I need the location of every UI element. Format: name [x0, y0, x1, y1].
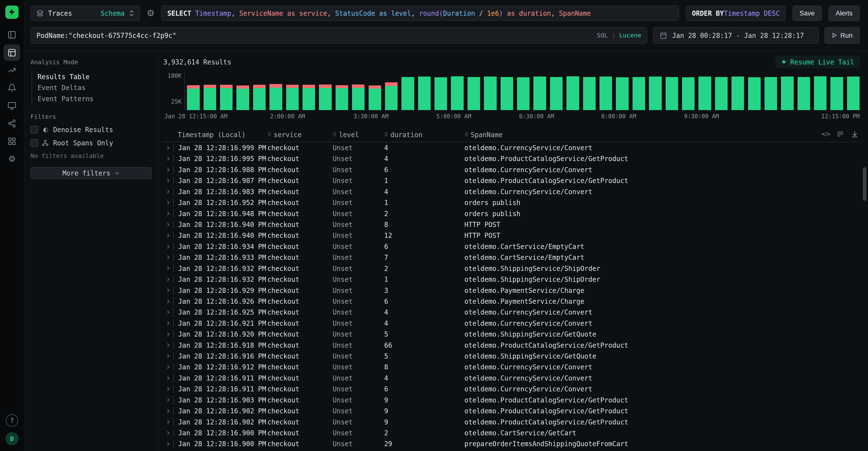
histogram-bar[interactable] — [401, 73, 414, 110]
table-row[interactable]: Jan 28 12:28:16.902 PM checkout Unset 9 … — [163, 417, 860, 427]
table-row[interactable]: Jan 28 12:28:16.934 PM checkout Unset 6 … — [163, 241, 860, 252]
histogram-bar[interactable] — [336, 73, 348, 110]
row-expand-chevron-icon[interactable] — [163, 233, 173, 238]
table-row[interactable]: Jan 28 12:28:16.903 PM checkout Unset 9 … — [163, 395, 860, 405]
source-select[interactable]: Traces Schema — [30, 5, 140, 21]
table-row[interactable]: Jan 28 12:28:16.920 PM checkout Unset 5 … — [163, 329, 860, 339]
row-expand-chevron-icon[interactable] — [163, 211, 173, 216]
histogram-bar[interactable] — [649, 73, 661, 110]
row-expand-chevron-icon[interactable] — [163, 145, 173, 150]
row-expand-chevron-icon[interactable] — [163, 189, 173, 194]
histogram-bar[interactable] — [286, 73, 299, 110]
histogram-bar[interactable] — [566, 73, 579, 110]
histogram-bar[interactable] — [434, 73, 447, 110]
row-expand-chevron-icon[interactable] — [163, 332, 173, 337]
schema-button[interactable]: Schema — [101, 9, 124, 17]
row-expand-chevron-icon[interactable] — [163, 397, 173, 402]
save-button[interactable]: Save — [793, 5, 822, 21]
table-row[interactable]: Jan 28 12:28:16.988 PM checkout Unset 6 … — [163, 164, 860, 175]
row-expand-chevron-icon[interactable] — [163, 321, 173, 326]
row-expand-chevron-icon[interactable] — [163, 178, 173, 183]
row-expand-chevron-icon[interactable] — [163, 419, 173, 424]
resume-live-tail-button[interactable]: Resume Live Tail — [775, 56, 860, 68]
chart-explorer-icon[interactable] — [4, 62, 20, 79]
drag-handle-icon[interactable]: ⠿ — [464, 132, 468, 138]
table-row[interactable]: Jan 28 12:28:16.916 PM checkout Unset 5 … — [163, 350, 860, 361]
histogram-bar[interactable] — [204, 73, 216, 110]
download-icon[interactable] — [851, 130, 859, 138]
table-row[interactable]: Jan 28 12:28:16.929 PM checkout Unset 3 … — [163, 285, 860, 296]
row-expand-chevron-icon[interactable] — [163, 387, 173, 392]
table-row[interactable]: Jan 28 12:28:16.912 PM checkout Unset 8 … — [163, 362, 860, 372]
histogram-bar[interactable] — [369, 73, 381, 110]
order-by-input[interactable]: ORDER BY Timestamp DESC — [686, 5, 786, 21]
histogram-bar[interactable] — [187, 73, 199, 110]
table-row[interactable]: Jan 28 12:28:16.918 PM checkout Unset 66… — [163, 340, 860, 350]
histogram-bar[interactable] — [220, 73, 232, 110]
table-row[interactable]: Jan 28 12:28:16.926 PM checkout Unset 6 … — [163, 296, 860, 307]
histogram-bar[interactable] — [501, 73, 513, 110]
search-results-icon[interactable] — [4, 45, 20, 61]
column-header-service[interactable]: ⠿service — [267, 131, 333, 139]
row-expand-chevron-icon[interactable] — [163, 266, 173, 271]
histogram-bar[interactable] — [748, 73, 761, 110]
code-view-icon[interactable]: </> — [822, 131, 830, 137]
vertical-scrollbar[interactable] — [863, 167, 866, 201]
more-filters-button[interactable]: More filters — [30, 167, 152, 179]
language-lucene-toggle[interactable]: Lucene — [619, 32, 641, 39]
mode-event-deltas[interactable]: Event Deltas — [32, 82, 152, 93]
row-expand-chevron-icon[interactable] — [163, 430, 173, 435]
help-icon[interactable]: ? — [6, 414, 18, 426]
client-sessions-icon[interactable] — [4, 97, 20, 114]
denoise-results-filter[interactable]: ◐ Denoise Results — [30, 126, 152, 134]
user-avatar[interactable]: D — [5, 432, 19, 446]
row-expand-chevron-icon[interactable] — [163, 343, 173, 348]
table-row[interactable]: Jan 28 12:28:16.940 PM checkout Unset 12… — [163, 230, 860, 241]
drag-handle-icon[interactable]: ⠿ — [384, 132, 388, 138]
row-expand-chevron-icon[interactable] — [163, 408, 173, 414]
histogram-bar[interactable] — [253, 73, 266, 110]
search-input[interactable]: PodName:"checkout-675775c4cc-f2p9c" SQL … — [30, 27, 647, 44]
histogram-bar[interactable] — [583, 73, 596, 110]
histogram-bar[interactable] — [352, 73, 365, 110]
table-row[interactable]: Jan 28 12:28:16.933 PM checkout Unset 7 … — [163, 252, 860, 263]
dashboards-icon[interactable] — [4, 133, 20, 150]
histogram-bar[interactable] — [765, 73, 777, 110]
alerts-button[interactable]: Alerts — [829, 5, 860, 21]
row-expand-chevron-icon[interactable] — [163, 277, 173, 282]
histogram-bar[interactable] — [550, 73, 563, 110]
table-row[interactable]: Jan 28 12:28:16.940 PM checkout Unset 8 … — [163, 219, 860, 230]
drag-handle-icon[interactable]: ⠿ — [267, 132, 271, 138]
histogram-bar[interactable] — [665, 73, 678, 110]
table-row[interactable]: Jan 28 12:28:16.911 PM checkout Unset 4 … — [163, 372, 860, 384]
table-row[interactable]: Jan 28 12:28:16.983 PM checkout Unset 4 … — [163, 186, 860, 197]
run-button[interactable]: Run — [824, 27, 860, 44]
row-expand-chevron-icon[interactable] — [163, 365, 173, 370]
column-header-timestamp[interactable]: Timestamp (Local) — [173, 131, 267, 139]
histogram-bar[interactable] — [715, 73, 727, 110]
sql-select-input[interactable]: SELECT Timestamp, ServiceName as service… — [161, 5, 679, 21]
table-row[interactable]: Jan 28 12:28:16.987 PM checkout Unset 1 … — [163, 175, 860, 186]
histogram-bar[interactable] — [303, 73, 315, 110]
histogram-bar[interactable] — [517, 73, 530, 110]
histogram-bar[interactable] — [814, 73, 827, 110]
histogram-bar[interactable] — [468, 73, 480, 110]
date-range-picker[interactable]: Jan 28 00:28:17 - Jan 28 12:28:17 — [653, 27, 819, 44]
row-density-icon[interactable] — [836, 130, 844, 138]
histogram-bar[interactable] — [451, 73, 463, 110]
row-expand-chevron-icon[interactable] — [163, 288, 173, 293]
row-expand-chevron-icon[interactable] — [163, 354, 173, 359]
histogram-bar[interactable] — [798, 73, 810, 110]
row-expand-chevron-icon[interactable] — [163, 310, 173, 315]
table-row[interactable]: Jan 28 12:28:16.900 PM checkout Unset 50… — [163, 449, 860, 451]
row-expand-chevron-icon[interactable] — [163, 376, 173, 381]
row-expand-chevron-icon[interactable] — [163, 167, 173, 172]
table-row[interactable]: Jan 28 12:28:16.900 PM checkout Unset 29… — [163, 439, 860, 449]
row-expand-chevron-icon[interactable] — [163, 255, 173, 260]
table-row[interactable]: Jan 28 12:28:16.900 PM checkout Unset 2 … — [163, 427, 860, 438]
table-row[interactable]: Jan 28 12:28:16.999 PM checkout Unset 4 … — [163, 142, 860, 153]
row-expand-chevron-icon[interactable] — [163, 299, 173, 304]
histogram-bar[interactable] — [418, 73, 431, 110]
row-expand-chevron-icon[interactable] — [163, 200, 173, 205]
service-map-icon[interactable] — [4, 115, 20, 132]
